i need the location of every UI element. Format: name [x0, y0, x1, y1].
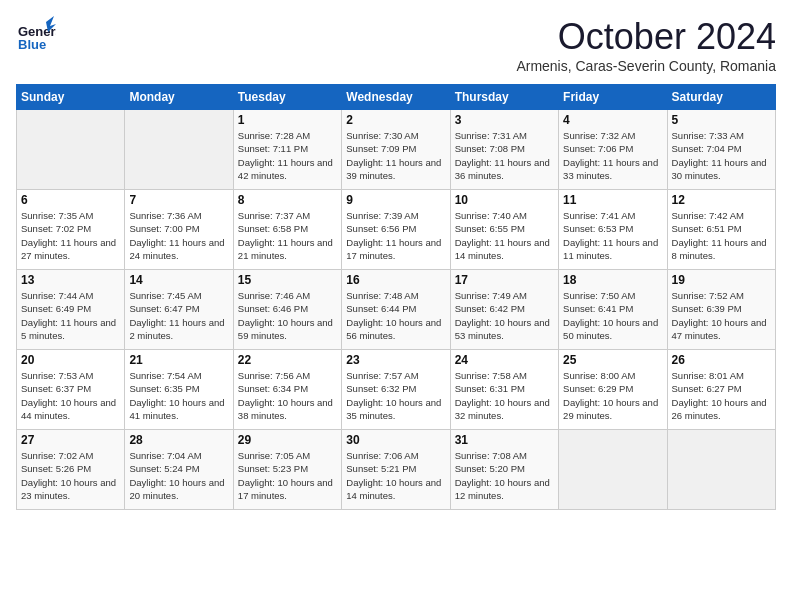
day-info: Sunrise: 7:53 AM Sunset: 6:37 PM Dayligh…: [21, 369, 120, 422]
day-number: 14: [129, 273, 228, 287]
day-info: Sunrise: 7:52 AM Sunset: 6:39 PM Dayligh…: [672, 289, 771, 342]
day-info: Sunrise: 7:54 AM Sunset: 6:35 PM Dayligh…: [129, 369, 228, 422]
week-row-5: 27Sunrise: 7:02 AM Sunset: 5:26 PM Dayli…: [17, 430, 776, 510]
day-info: Sunrise: 7:42 AM Sunset: 6:51 PM Dayligh…: [672, 209, 771, 262]
day-cell: 22Sunrise: 7:56 AM Sunset: 6:34 PM Dayli…: [233, 350, 341, 430]
week-row-1: 1Sunrise: 7:28 AM Sunset: 7:11 PM Daylig…: [17, 110, 776, 190]
location-subtitle: Armenis, Caras-Severin County, Romania: [516, 58, 776, 74]
day-cell: 29Sunrise: 7:05 AM Sunset: 5:23 PM Dayli…: [233, 430, 341, 510]
day-number: 23: [346, 353, 445, 367]
week-row-3: 13Sunrise: 7:44 AM Sunset: 6:49 PM Dayli…: [17, 270, 776, 350]
week-row-4: 20Sunrise: 7:53 AM Sunset: 6:37 PM Dayli…: [17, 350, 776, 430]
day-info: Sunrise: 7:33 AM Sunset: 7:04 PM Dayligh…: [672, 129, 771, 182]
day-cell: 27Sunrise: 7:02 AM Sunset: 5:26 PM Dayli…: [17, 430, 125, 510]
day-info: Sunrise: 7:08 AM Sunset: 5:20 PM Dayligh…: [455, 449, 554, 502]
day-number: 6: [21, 193, 120, 207]
header-cell-saturday: Saturday: [667, 85, 775, 110]
header-row: SundayMondayTuesdayWednesdayThursdayFrid…: [17, 85, 776, 110]
page-header: General Blue October 2024 Armenis, Caras…: [16, 16, 776, 74]
day-info: Sunrise: 7:58 AM Sunset: 6:31 PM Dayligh…: [455, 369, 554, 422]
day-cell: 1Sunrise: 7:28 AM Sunset: 7:11 PM Daylig…: [233, 110, 341, 190]
day-number: 7: [129, 193, 228, 207]
day-number: 3: [455, 113, 554, 127]
day-cell: 4Sunrise: 7:32 AM Sunset: 7:06 PM Daylig…: [559, 110, 667, 190]
day-cell: 31Sunrise: 7:08 AM Sunset: 5:20 PM Dayli…: [450, 430, 558, 510]
day-info: Sunrise: 8:00 AM Sunset: 6:29 PM Dayligh…: [563, 369, 662, 422]
day-number: 9: [346, 193, 445, 207]
day-cell: 25Sunrise: 8:00 AM Sunset: 6:29 PM Dayli…: [559, 350, 667, 430]
day-cell: 16Sunrise: 7:48 AM Sunset: 6:44 PM Dayli…: [342, 270, 450, 350]
week-row-2: 6Sunrise: 7:35 AM Sunset: 7:02 PM Daylig…: [17, 190, 776, 270]
day-info: Sunrise: 7:02 AM Sunset: 5:26 PM Dayligh…: [21, 449, 120, 502]
day-info: Sunrise: 7:06 AM Sunset: 5:21 PM Dayligh…: [346, 449, 445, 502]
day-cell: 12Sunrise: 7:42 AM Sunset: 6:51 PM Dayli…: [667, 190, 775, 270]
day-number: 27: [21, 433, 120, 447]
day-info: Sunrise: 7:48 AM Sunset: 6:44 PM Dayligh…: [346, 289, 445, 342]
day-cell: 6Sunrise: 7:35 AM Sunset: 7:02 PM Daylig…: [17, 190, 125, 270]
day-cell: 5Sunrise: 7:33 AM Sunset: 7:04 PM Daylig…: [667, 110, 775, 190]
day-cell: 2Sunrise: 7:30 AM Sunset: 7:09 PM Daylig…: [342, 110, 450, 190]
logo: General Blue: [16, 16, 56, 60]
day-info: Sunrise: 7:57 AM Sunset: 6:32 PM Dayligh…: [346, 369, 445, 422]
day-cell: [559, 430, 667, 510]
day-number: 31: [455, 433, 554, 447]
month-title: October 2024: [516, 16, 776, 58]
day-info: Sunrise: 7:39 AM Sunset: 6:56 PM Dayligh…: [346, 209, 445, 262]
day-cell: 26Sunrise: 8:01 AM Sunset: 6:27 PM Dayli…: [667, 350, 775, 430]
day-info: Sunrise: 7:45 AM Sunset: 6:47 PM Dayligh…: [129, 289, 228, 342]
day-cell: 13Sunrise: 7:44 AM Sunset: 6:49 PM Dayli…: [17, 270, 125, 350]
day-cell: 17Sunrise: 7:49 AM Sunset: 6:42 PM Dayli…: [450, 270, 558, 350]
day-info: Sunrise: 7:37 AM Sunset: 6:58 PM Dayligh…: [238, 209, 337, 262]
header-cell-sunday: Sunday: [17, 85, 125, 110]
day-info: Sunrise: 7:44 AM Sunset: 6:49 PM Dayligh…: [21, 289, 120, 342]
day-number: 11: [563, 193, 662, 207]
day-number: 8: [238, 193, 337, 207]
day-number: 26: [672, 353, 771, 367]
day-number: 28: [129, 433, 228, 447]
day-info: Sunrise: 7:36 AM Sunset: 7:00 PM Dayligh…: [129, 209, 228, 262]
day-number: 29: [238, 433, 337, 447]
day-cell: 7Sunrise: 7:36 AM Sunset: 7:00 PM Daylig…: [125, 190, 233, 270]
day-number: 25: [563, 353, 662, 367]
svg-text:Blue: Blue: [18, 37, 46, 52]
day-info: Sunrise: 7:04 AM Sunset: 5:24 PM Dayligh…: [129, 449, 228, 502]
day-info: Sunrise: 7:05 AM Sunset: 5:23 PM Dayligh…: [238, 449, 337, 502]
day-number: 19: [672, 273, 771, 287]
day-cell: 30Sunrise: 7:06 AM Sunset: 5:21 PM Dayli…: [342, 430, 450, 510]
day-cell: [125, 110, 233, 190]
day-number: 16: [346, 273, 445, 287]
header-cell-wednesday: Wednesday: [342, 85, 450, 110]
day-info: Sunrise: 7:30 AM Sunset: 7:09 PM Dayligh…: [346, 129, 445, 182]
logo-icon: General Blue: [16, 16, 56, 56]
day-info: Sunrise: 7:32 AM Sunset: 7:06 PM Dayligh…: [563, 129, 662, 182]
day-cell: 20Sunrise: 7:53 AM Sunset: 6:37 PM Dayli…: [17, 350, 125, 430]
day-number: 15: [238, 273, 337, 287]
title-section: October 2024 Armenis, Caras-Severin Coun…: [516, 16, 776, 74]
day-cell: 19Sunrise: 7:52 AM Sunset: 6:39 PM Dayli…: [667, 270, 775, 350]
day-cell: 23Sunrise: 7:57 AM Sunset: 6:32 PM Dayli…: [342, 350, 450, 430]
day-info: Sunrise: 7:41 AM Sunset: 6:53 PM Dayligh…: [563, 209, 662, 262]
day-number: 18: [563, 273, 662, 287]
day-cell: 10Sunrise: 7:40 AM Sunset: 6:55 PM Dayli…: [450, 190, 558, 270]
header-cell-monday: Monday: [125, 85, 233, 110]
header-cell-friday: Friday: [559, 85, 667, 110]
day-number: 10: [455, 193, 554, 207]
day-info: Sunrise: 7:28 AM Sunset: 7:11 PM Dayligh…: [238, 129, 337, 182]
day-cell: 8Sunrise: 7:37 AM Sunset: 6:58 PM Daylig…: [233, 190, 341, 270]
day-info: Sunrise: 7:49 AM Sunset: 6:42 PM Dayligh…: [455, 289, 554, 342]
header-cell-thursday: Thursday: [450, 85, 558, 110]
day-cell: [667, 430, 775, 510]
day-number: 12: [672, 193, 771, 207]
day-cell: 28Sunrise: 7:04 AM Sunset: 5:24 PM Dayli…: [125, 430, 233, 510]
day-cell: 18Sunrise: 7:50 AM Sunset: 6:41 PM Dayli…: [559, 270, 667, 350]
day-number: 4: [563, 113, 662, 127]
day-number: 5: [672, 113, 771, 127]
day-number: 1: [238, 113, 337, 127]
day-info: Sunrise: 7:50 AM Sunset: 6:41 PM Dayligh…: [563, 289, 662, 342]
day-cell: 11Sunrise: 7:41 AM Sunset: 6:53 PM Dayli…: [559, 190, 667, 270]
day-number: 2: [346, 113, 445, 127]
day-cell: 15Sunrise: 7:46 AM Sunset: 6:46 PM Dayli…: [233, 270, 341, 350]
day-cell: 14Sunrise: 7:45 AM Sunset: 6:47 PM Dayli…: [125, 270, 233, 350]
day-number: 21: [129, 353, 228, 367]
day-number: 20: [21, 353, 120, 367]
